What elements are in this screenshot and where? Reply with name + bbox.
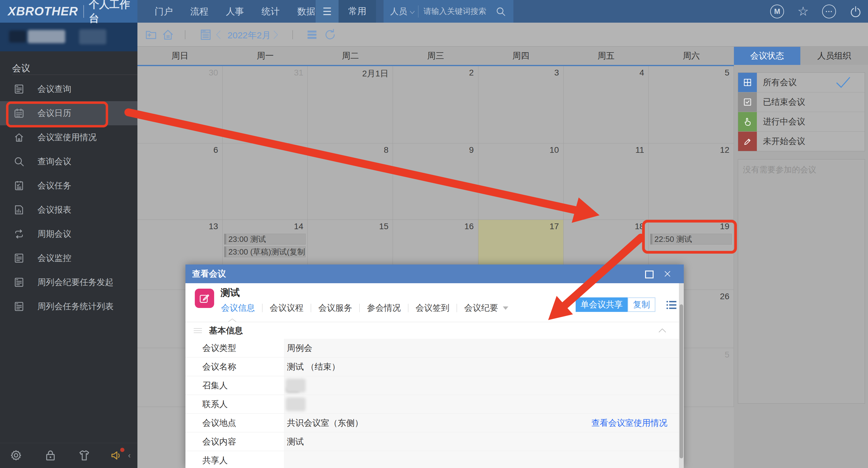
calendar-day[interactable]: 6 xyxy=(137,144,223,220)
tab-checkin[interactable]: 会议签到 xyxy=(414,302,451,314)
check-icon xyxy=(835,76,851,89)
sidebar-item-room-usage[interactable]: 会议室使用情况 xyxy=(0,125,137,150)
tab-meeting-info[interactable]: 会议信息 xyxy=(220,302,256,314)
tab-divider xyxy=(311,304,311,312)
nav-hr[interactable]: 人事 xyxy=(217,0,253,23)
tab-personnel-org[interactable]: 人员组织 xyxy=(800,47,868,65)
sidebar-item-label: 会议任务 xyxy=(37,180,71,191)
favorites-icon[interactable]: ☆ xyxy=(797,5,809,18)
sidebar-item-weekly-minutes-task[interactable]: 周列会纪要任务发起 xyxy=(0,270,137,294)
report-icon xyxy=(13,204,25,216)
tab-meeting-service[interactable]: 会议服务 xyxy=(317,302,353,314)
calendar-view-icon[interactable] xyxy=(199,28,212,41)
top-nav: 门户 流程 人事 统计 数据 xyxy=(137,0,324,23)
app-window: XBROTHER 个人工作台 门户 流程 人事 统计 数据 ☰ 常用 人员 M … xyxy=(0,0,868,468)
topbar: XBROTHER 个人工作台 门户 流程 人事 统计 数据 ☰ 常用 人员 M … xyxy=(0,0,868,23)
hamburger-menu-button[interactable]: ☰ xyxy=(316,0,339,23)
calendar-day[interactable]: 2月1日 xyxy=(308,66,393,144)
calendar-day[interactable]: 4 xyxy=(564,66,649,144)
prev-month-icon[interactable] xyxy=(215,30,221,39)
calendar-day[interactable]: 11 xyxy=(564,144,649,220)
refresh-icon[interactable] xyxy=(323,28,337,41)
next-month-icon[interactable] xyxy=(273,30,279,39)
meeting-fields: 会议类型 周例会 会议名称 测试 （结束） 召集人 联系人 会议地点 共识会议室… xyxy=(185,339,679,468)
nav-portal[interactable]: 门户 xyxy=(146,0,182,23)
tab-meeting-status[interactable]: 会议状态 xyxy=(734,47,800,65)
sidebar-item-meeting-query[interactable]: 会议查询 xyxy=(0,77,137,101)
modal-title: 查看会议 xyxy=(192,268,226,280)
list-view-icon[interactable] xyxy=(305,28,319,41)
field-row-meeting-name: 会议名称 测试 （结束） xyxy=(185,357,679,376)
collapse-icon[interactable]: ‹ xyxy=(128,451,131,460)
calendar-day[interactable]: 7 xyxy=(223,144,308,220)
sidebar-item-label: 会议查询 xyxy=(37,83,71,95)
list-menu-icon[interactable] xyxy=(664,298,678,312)
notification-dot xyxy=(120,448,124,452)
modal-titlebar[interactable]: 查看会议 xyxy=(185,264,684,283)
calendar-day[interactable]: 10 xyxy=(478,144,564,220)
collapse-section-icon[interactable] xyxy=(658,328,666,333)
add-folder-icon[interactable] xyxy=(144,28,158,41)
calendar-day[interactable]: 3 xyxy=(478,66,564,144)
copy-button[interactable]: 复制 xyxy=(628,298,655,312)
tab-attendance[interactable]: 参会情况 xyxy=(366,302,402,314)
search-scope-select[interactable]: 人员 xyxy=(390,6,407,17)
sidebar-item-meeting-tasks[interactable]: 会议任务 xyxy=(0,174,137,198)
user-avatar[interactable]: M xyxy=(770,4,784,19)
modal-scrollbar[interactable] xyxy=(679,283,684,468)
theme-icon[interactable] xyxy=(77,448,91,462)
tab-divider xyxy=(262,304,262,312)
calendar-day[interactable]: 2 xyxy=(393,66,478,144)
field-value: 测试 （结束） xyxy=(284,357,679,376)
lock-icon[interactable] xyxy=(43,448,57,462)
sidebar-item-meeting-calendar[interactable]: 会议日历 xyxy=(0,101,137,125)
status-notstarted-meetings[interactable]: 未开始会议 xyxy=(738,132,865,151)
sidebar: 会议 会议查询 会议日历 会议室使用情况 查询会议 会议任务 xyxy=(0,23,137,468)
status-label: 所有会议 xyxy=(763,73,835,92)
sidebar-item-recurring-meetings[interactable]: 周期会议 xyxy=(0,222,137,246)
status-all-meetings[interactable]: 所有会议 xyxy=(738,73,865,92)
section-header-basic-info[interactable]: 基本信息 xyxy=(185,322,679,339)
nav-workflow[interactable]: 流程 xyxy=(182,0,217,23)
meeting-chip[interactable]: 23:00 测试 xyxy=(224,234,306,245)
power-icon[interactable] xyxy=(849,5,862,18)
sidebar-item-meeting-monitor[interactable]: 会议监控 xyxy=(0,246,137,270)
sidebar-item-search-meeting[interactable]: 查询会议 xyxy=(0,150,137,174)
status-ongoing-meetings[interactable]: 进行中会议 xyxy=(738,112,865,132)
calendar-day[interactable]: 5 xyxy=(649,66,734,144)
scrollbar-thumb[interactable] xyxy=(680,304,683,458)
meeting-chip[interactable]: 22:50 测试 xyxy=(650,234,732,245)
calendar-day[interactable]: 31 xyxy=(223,66,308,144)
search-input[interactable] xyxy=(423,6,494,16)
tab-minutes[interactable]: 会议纪要 xyxy=(463,302,499,314)
calendar-day[interactable]: 30 xyxy=(137,66,223,144)
search-icon[interactable] xyxy=(495,6,506,17)
tab-meeting-agenda[interactable]: 会议议程 xyxy=(269,302,305,314)
close-icon[interactable] xyxy=(663,270,672,278)
checkbox-icon xyxy=(738,92,757,112)
field-label: 召集人 xyxy=(185,376,284,395)
calendar-day[interactable]: 9 xyxy=(393,144,478,220)
logo-divider xyxy=(83,5,84,18)
maximize-icon[interactable] xyxy=(645,271,654,278)
single-meeting-share-button[interactable]: 单会议共享 xyxy=(576,298,628,312)
room-usage-link[interactable]: 查看会议室使用情况 xyxy=(591,414,668,432)
meeting-chip[interactable]: 23:00 (草稿)测试(复制) xyxy=(224,246,306,257)
more-icon[interactable]: ··· xyxy=(822,4,836,19)
chevron-down-icon[interactable] xyxy=(503,307,508,310)
sidebar-section-title: 会议 xyxy=(12,62,30,74)
workspace-title: 个人工作台 xyxy=(89,0,137,25)
quick-menu-button[interactable]: 常用 xyxy=(339,0,376,23)
weekday-label: 周二 xyxy=(308,47,393,65)
sidebar-item-meeting-reports[interactable]: 会议报表 xyxy=(0,198,137,222)
settings-icon[interactable] xyxy=(9,448,23,462)
sidebar-footer-divider xyxy=(0,443,137,443)
calendar-day[interactable]: 8 xyxy=(308,144,393,220)
announce-icon[interactable] xyxy=(109,448,123,462)
home-icon[interactable] xyxy=(161,28,175,41)
weekday-label: 周日 xyxy=(137,47,223,65)
sidebar-item-weekly-task-stats[interactable]: 周列会任务统计列表 xyxy=(0,294,137,318)
calendar-day[interactable]: 12 xyxy=(649,144,734,220)
status-ended-meetings[interactable]: 已结束会议 xyxy=(738,92,865,112)
nav-statistics[interactable]: 统计 xyxy=(253,0,288,23)
